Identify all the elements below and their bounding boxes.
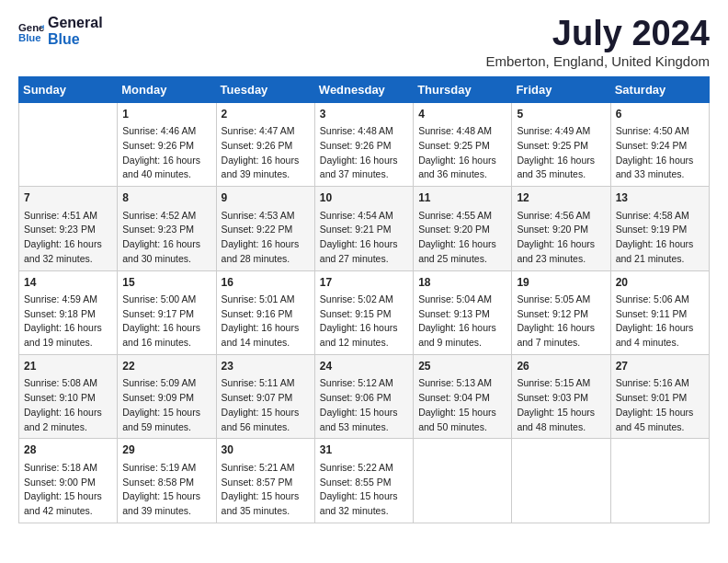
day-number: 11: [418, 190, 506, 206]
cell-content: Sunrise: 4:56 AM Sunset: 9:20 PM Dayligh…: [517, 209, 605, 267]
week-row-5: 28Sunrise: 5:18 AM Sunset: 9:00 PM Dayli…: [19, 439, 710, 523]
cell-content: Sunrise: 4:49 AM Sunset: 9:25 PM Dayligh…: [517, 124, 605, 182]
calendar-cell: 19Sunrise: 5:05 AM Sunset: 9:12 PM Dayli…: [512, 270, 610, 354]
cell-content: Sunrise: 5:00 AM Sunset: 9:17 PM Dayligh…: [122, 293, 210, 350]
calendar-cell: 4Sunrise: 4:48 AM Sunset: 9:25 PM Daylig…: [414, 102, 512, 186]
day-number: 7: [24, 190, 112, 206]
day-number: 10: [320, 190, 408, 206]
calendar-cell: 18Sunrise: 5:04 AM Sunset: 9:13 PM Dayli…: [414, 270, 512, 354]
day-number: 1: [122, 107, 210, 122]
day-number: 26: [517, 359, 605, 374]
cell-content: Sunrise: 5:22 AM Sunset: 8:55 PM Dayligh…: [320, 461, 408, 519]
column-header-sunday: Sunday: [19, 76, 118, 102]
column-header-wednesday: Wednesday: [314, 76, 413, 102]
calendar-cell: 22Sunrise: 5:09 AM Sunset: 9:09 PM Dayli…: [118, 354, 216, 438]
cell-content: Sunrise: 5:19 AM Sunset: 8:58 PM Dayligh…: [122, 461, 210, 519]
subtitle: Emberton, England, United Kingdom: [486, 53, 710, 69]
day-number: 29: [122, 442, 210, 458]
calendar-cell: 8Sunrise: 4:52 AM Sunset: 9:23 PM Daylig…: [118, 187, 216, 270]
calendar-cell: [414, 439, 512, 523]
calendar-cell: 25Sunrise: 5:13 AM Sunset: 9:04 PM Dayli…: [414, 354, 512, 438]
cell-content: Sunrise: 4:55 AM Sunset: 9:20 PM Dayligh…: [418, 209, 506, 267]
day-number: 12: [517, 190, 605, 206]
cell-content: Sunrise: 5:05 AM Sunset: 9:12 PM Dayligh…: [517, 293, 605, 350]
day-number: 28: [24, 442, 112, 458]
calendar-cell: 21Sunrise: 5:08 AM Sunset: 9:10 PM Dayli…: [19, 354, 118, 438]
calendar-cell: 12Sunrise: 4:56 AM Sunset: 9:20 PM Dayli…: [512, 187, 610, 270]
header: General Blue General Blue July 2024 Embe…: [18, 15, 710, 69]
calendar-cell: 7Sunrise: 4:51 AM Sunset: 9:23 PM Daylig…: [19, 187, 118, 270]
cell-content: Sunrise: 4:53 AM Sunset: 9:22 PM Dayligh…: [222, 209, 310, 267]
cell-content: Sunrise: 4:46 AM Sunset: 9:26 PM Dayligh…: [122, 124, 210, 182]
logo: General Blue General Blue: [18, 15, 103, 47]
day-number: 15: [122, 275, 210, 291]
day-number: 17: [320, 275, 408, 291]
cell-content: Sunrise: 5:15 AM Sunset: 9:03 PM Dayligh…: [517, 376, 605, 434]
calendar-cell: 24Sunrise: 5:12 AM Sunset: 9:06 PM Dayli…: [314, 354, 413, 438]
calendar-cell: 23Sunrise: 5:11 AM Sunset: 9:07 PM Dayli…: [216, 354, 314, 438]
day-number: 18: [418, 275, 506, 291]
day-number: 23: [222, 359, 310, 374]
logo-text-line1: General: [48, 15, 103, 31]
column-header-monday: Monday: [118, 76, 216, 102]
calendar-cell: 10Sunrise: 4:54 AM Sunset: 9:21 PM Dayli…: [314, 187, 413, 270]
day-number: 19: [517, 275, 605, 291]
calendar-cell: 27Sunrise: 5:16 AM Sunset: 9:01 PM Dayli…: [610, 354, 709, 438]
column-header-saturday: Saturday: [610, 76, 709, 102]
calendar-cell: 31Sunrise: 5:22 AM Sunset: 8:55 PM Dayli…: [314, 439, 413, 523]
calendar-cell: 15Sunrise: 5:00 AM Sunset: 9:17 PM Dayli…: [118, 270, 216, 354]
cell-content: Sunrise: 5:12 AM Sunset: 9:06 PM Dayligh…: [320, 376, 408, 434]
day-number: 6: [616, 107, 704, 122]
title-area: July 2024 Emberton, England, United King…: [486, 15, 710, 69]
calendar-cell: 13Sunrise: 4:58 AM Sunset: 9:19 PM Dayli…: [610, 187, 709, 270]
cell-content: Sunrise: 5:01 AM Sunset: 9:16 PM Dayligh…: [222, 293, 310, 350]
cell-content: Sunrise: 4:48 AM Sunset: 9:25 PM Dayligh…: [418, 124, 506, 182]
day-number: 30: [222, 442, 310, 458]
calendar-cell: 28Sunrise: 5:18 AM Sunset: 9:00 PM Dayli…: [19, 439, 118, 523]
column-header-friday: Friday: [512, 76, 610, 102]
cell-content: Sunrise: 5:06 AM Sunset: 9:11 PM Dayligh…: [616, 293, 704, 350]
cell-content: Sunrise: 4:48 AM Sunset: 9:26 PM Dayligh…: [320, 124, 408, 182]
calendar-cell: 16Sunrise: 5:01 AM Sunset: 9:16 PM Dayli…: [216, 270, 314, 354]
calendar-cell: [19, 102, 118, 186]
week-row-4: 21Sunrise: 5:08 AM Sunset: 9:10 PM Dayli…: [19, 354, 710, 438]
calendar-cell: [610, 439, 709, 523]
svg-text:Blue: Blue: [18, 31, 41, 42]
calendar-cell: 30Sunrise: 5:21 AM Sunset: 8:57 PM Dayli…: [216, 439, 314, 523]
cell-content: Sunrise: 5:08 AM Sunset: 9:10 PM Dayligh…: [24, 376, 112, 434]
cell-content: Sunrise: 5:09 AM Sunset: 9:09 PM Dayligh…: [122, 376, 210, 434]
calendar-cell: 29Sunrise: 5:19 AM Sunset: 8:58 PM Dayli…: [118, 439, 216, 523]
calendar-table: SundayMondayTuesdayWednesdayThursdayFrid…: [18, 76, 710, 523]
calendar-cell: 3Sunrise: 4:48 AM Sunset: 9:26 PM Daylig…: [314, 102, 413, 186]
day-number: 4: [418, 107, 506, 122]
day-number: 20: [616, 275, 704, 291]
day-number: 21: [24, 359, 112, 374]
day-number: 31: [320, 442, 408, 458]
day-number: 13: [616, 190, 704, 206]
column-header-thursday: Thursday: [414, 76, 512, 102]
logo-icon: General Blue: [18, 18, 44, 44]
day-number: 22: [122, 359, 210, 374]
cell-content: Sunrise: 4:59 AM Sunset: 9:18 PM Dayligh…: [24, 293, 112, 350]
column-header-tuesday: Tuesday: [216, 76, 314, 102]
header-row: SundayMondayTuesdayWednesdayThursdayFrid…: [19, 76, 710, 102]
cell-content: Sunrise: 5:18 AM Sunset: 9:00 PM Dayligh…: [24, 461, 112, 519]
day-number: 9: [222, 190, 310, 206]
calendar-cell: 6Sunrise: 4:50 AM Sunset: 9:24 PM Daylig…: [610, 102, 709, 186]
calendar-cell: 9Sunrise: 4:53 AM Sunset: 9:22 PM Daylig…: [216, 187, 314, 270]
week-row-1: 1Sunrise: 4:46 AM Sunset: 9:26 PM Daylig…: [19, 102, 710, 186]
day-number: 24: [320, 359, 408, 374]
day-number: 25: [418, 359, 506, 374]
calendar-cell: [512, 439, 610, 523]
day-number: 8: [122, 190, 210, 206]
day-number: 5: [517, 107, 605, 122]
cell-content: Sunrise: 4:52 AM Sunset: 9:23 PM Dayligh…: [122, 209, 210, 267]
day-number: 14: [24, 275, 112, 291]
calendar-cell: 26Sunrise: 5:15 AM Sunset: 9:03 PM Dayli…: [512, 354, 610, 438]
cell-content: Sunrise: 5:21 AM Sunset: 8:57 PM Dayligh…: [222, 461, 310, 519]
week-row-3: 14Sunrise: 4:59 AM Sunset: 9:18 PM Dayli…: [19, 270, 710, 354]
day-number: 16: [222, 275, 310, 291]
calendar-cell: 14Sunrise: 4:59 AM Sunset: 9:18 PM Dayli…: [19, 270, 118, 354]
calendar-cell: 20Sunrise: 5:06 AM Sunset: 9:11 PM Dayli…: [610, 270, 709, 354]
calendar-cell: 2Sunrise: 4:47 AM Sunset: 9:26 PM Daylig…: [216, 102, 314, 186]
